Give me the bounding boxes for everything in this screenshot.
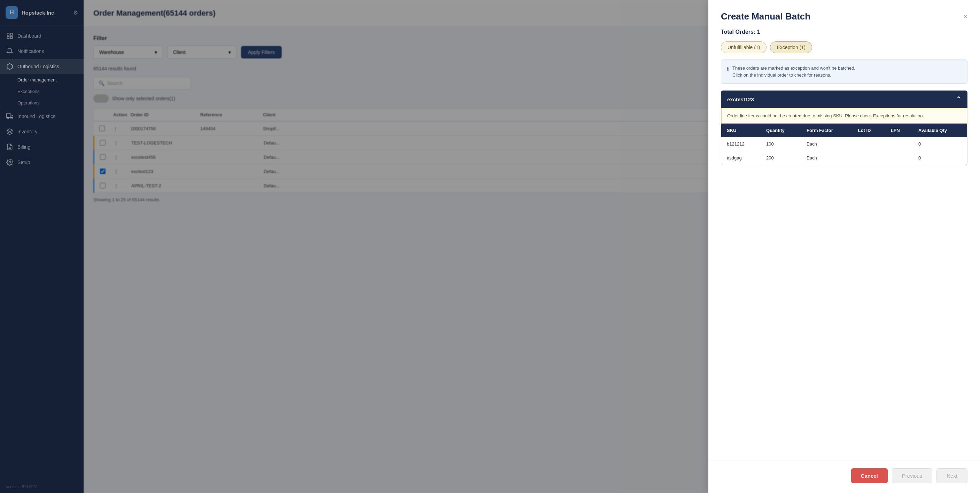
total-orders-text: Total Orders: 1 [721,29,967,35]
accordion-body: Order line items could not be created du… [721,108,967,165]
sku-row: asdgag 200 Each 0 [721,151,967,165]
sku-row: b121212 100 Each 0 [721,137,967,151]
modal-title: Create Manual Batch [721,11,810,22]
chevron-up-icon: ⌃ [956,95,961,103]
modal-body: Total Orders: 1 Unfulfillable (1) Except… [708,29,980,461]
accordion: exctest123 ⌃ Order line items could not … [721,91,967,165]
pill-row: Unfulfillable (1) Exception (1) [721,41,967,53]
table-header-row: SKU Quantity Form Factor Lot ID LPN Avai… [721,124,967,137]
info-box: ℹ These orders are marked as exception a… [721,60,967,84]
next-button[interactable]: Next [937,468,967,483]
create-manual-batch-modal: Create Manual Batch × Total Orders: 1 Un… [708,0,980,493]
info-text: These orders are marked as exception and… [732,65,855,78]
cancel-button[interactable]: Cancel [851,468,888,483]
close-button[interactable]: × [963,13,967,21]
exception-pill[interactable]: Exception (1) [770,41,812,53]
unfulfillable-pill[interactable]: Unfulfillable (1) [721,41,767,53]
modal-footer: Cancel Previous Next [708,461,980,493]
warning-message: Order line items could not be created du… [721,108,967,124]
sku-table: SKU Quantity Form Factor Lot ID LPN Avai… [721,124,967,165]
info-icon: ℹ [727,65,729,73]
previous-button[interactable]: Previous [892,468,932,483]
accordion-header[interactable]: exctest123 ⌃ [721,91,967,108]
modal-header: Create Manual Batch × [708,0,980,29]
